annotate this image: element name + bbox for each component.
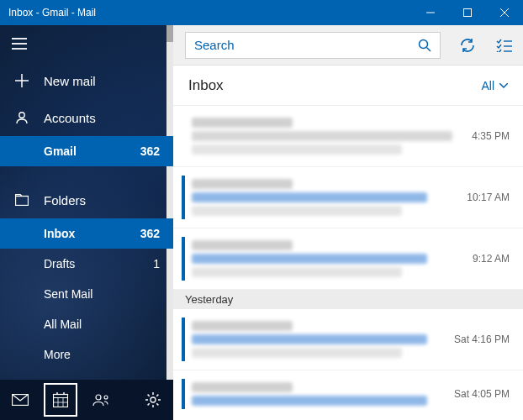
mail-app-button[interactable] bbox=[0, 380, 40, 420]
filter-dropdown[interactable]: All bbox=[481, 79, 508, 92]
hamburger-button[interactable] bbox=[0, 25, 173, 62]
window-title: Inbox - Gmail - Mail bbox=[0, 7, 412, 18]
svg-line-31 bbox=[427, 47, 431, 51]
section-yesterday: Yesterday bbox=[173, 290, 523, 309]
new-mail-button[interactable]: New mail bbox=[0, 62, 173, 99]
search-placeholder: Search bbox=[194, 38, 418, 52]
folder-title: Inbox bbox=[188, 77, 224, 94]
sidebar: New mail Accounts Gmail 362 Folders Inbo… bbox=[0, 25, 173, 420]
account-gmail[interactable]: Gmail 362 bbox=[0, 136, 173, 166]
folder-label: All Mail bbox=[44, 318, 82, 331]
message-list[interactable]: 4:35 PM 10:17 AM 9:12 AM Yesterday Sat 4… bbox=[173, 106, 523, 420]
message-time: Sat 4:05 PM bbox=[454, 388, 510, 400]
folder-count: 362 bbox=[140, 227, 160, 240]
account-count: 362 bbox=[140, 144, 160, 158]
svg-line-29 bbox=[148, 403, 150, 405]
sync-button[interactable] bbox=[449, 25, 486, 66]
svg-point-19 bbox=[96, 395, 101, 400]
folders-button[interactable]: Folders bbox=[0, 181, 173, 218]
list-header: Inbox All bbox=[173, 66, 523, 106]
select-mode-button[interactable] bbox=[486, 25, 523, 66]
gear-icon bbox=[145, 392, 161, 407]
message-time: 10:17 AM bbox=[467, 192, 510, 203]
svg-line-27 bbox=[156, 403, 158, 405]
people-icon bbox=[92, 393, 110, 407]
svg-rect-12 bbox=[54, 395, 68, 407]
svg-rect-1 bbox=[464, 9, 472, 17]
folder-count: 1 bbox=[153, 257, 160, 270]
folder-icon bbox=[12, 194, 32, 206]
calendar-icon bbox=[53, 392, 68, 407]
svg-line-28 bbox=[156, 395, 158, 396]
person-icon bbox=[12, 111, 32, 124]
svg-point-30 bbox=[420, 39, 428, 48]
close-button[interactable] bbox=[486, 0, 523, 25]
message-row[interactable]: Sat 4:05 PM bbox=[173, 370, 523, 417]
settings-button[interactable] bbox=[133, 380, 173, 420]
people-app-button[interactable] bbox=[81, 380, 121, 420]
content-pane: Search Inbox All 4:35 PM 10:17 AM bbox=[173, 25, 523, 420]
message-time: Sat 4:16 PM bbox=[454, 333, 510, 345]
folder-sent[interactable]: Sent Mail bbox=[0, 279, 173, 309]
calendar-app-button[interactable] bbox=[40, 380, 81, 420]
message-row[interactable]: 10:17 AM bbox=[173, 167, 523, 228]
title-bar: Inbox - Gmail - Mail bbox=[0, 0, 523, 25]
folders-label: Folders bbox=[44, 193, 86, 207]
message-row[interactable]: 4:35 PM bbox=[173, 106, 523, 167]
folder-label: More bbox=[44, 348, 71, 361]
new-mail-label: New mail bbox=[44, 74, 96, 88]
hamburger-icon bbox=[12, 38, 27, 50]
chevron-down-icon bbox=[499, 83, 508, 88]
filter-label: All bbox=[481, 79, 494, 92]
folder-label: Drafts bbox=[44, 257, 75, 270]
select-icon bbox=[496, 39, 513, 52]
accounts-button[interactable]: Accounts bbox=[0, 99, 173, 136]
minimize-button[interactable] bbox=[412, 0, 449, 25]
message-row[interactable]: Sat 4:16 PM bbox=[173, 309, 523, 370]
folder-label: Inbox bbox=[44, 227, 75, 240]
folder-more[interactable]: More bbox=[0, 339, 173, 370]
message-time: 4:35 PM bbox=[472, 130, 510, 142]
folder-allmail[interactable]: All Mail bbox=[0, 309, 173, 339]
search-row: Search bbox=[173, 25, 523, 66]
svg-point-20 bbox=[104, 396, 108, 399]
message-row[interactable]: 9:12 AM bbox=[173, 228, 523, 290]
folder-drafts[interactable]: Drafts 1 bbox=[0, 249, 173, 279]
search-icon bbox=[418, 39, 431, 52]
folder-label: Sent Mail bbox=[44, 287, 92, 301]
maximize-button[interactable] bbox=[449, 0, 486, 25]
plus-icon bbox=[12, 74, 32, 87]
bottom-bar bbox=[0, 380, 173, 420]
svg-line-26 bbox=[148, 395, 150, 396]
account-name: Gmail bbox=[44, 144, 77, 158]
search-input[interactable]: Search bbox=[185, 32, 441, 59]
svg-rect-10 bbox=[16, 197, 29, 206]
folder-inbox[interactable]: Inbox 362 bbox=[0, 218, 173, 249]
sync-icon bbox=[459, 37, 476, 54]
mail-icon bbox=[12, 394, 29, 406]
svg-point-21 bbox=[151, 397, 156, 402]
accounts-label: Accounts bbox=[44, 111, 96, 125]
svg-point-9 bbox=[19, 113, 24, 118]
message-time: 9:12 AM bbox=[473, 253, 510, 265]
